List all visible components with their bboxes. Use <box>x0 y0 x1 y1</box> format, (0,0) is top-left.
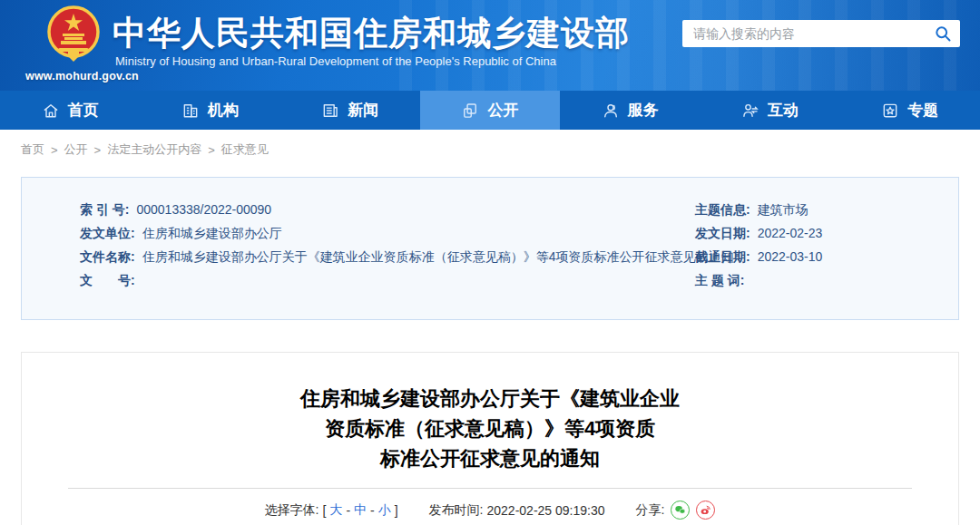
font-size-label: 选择字体: <box>265 502 319 519</box>
search-input[interactable] <box>682 26 926 41</box>
info-label: 发文日期: <box>695 221 750 245</box>
nav-item-label: 互动 <box>768 100 799 121</box>
info-label: 索 引 号: <box>80 198 129 221</box>
article-card: 住房和城乡建设部办公厅关于《建筑业企业 资质标准（征求意见稿）》等4项资质 标准… <box>21 352 959 525</box>
info-row-deadline-date: 截止日期:2022-03-10 <box>695 245 822 268</box>
info-row-topic-info: 主题信息:建筑市场 <box>695 198 822 221</box>
breadcrumb: 首页 > 公开 > 法定主动公开内容 > 征求意见 <box>21 141 269 158</box>
nav-item-label: 专题 <box>907 100 938 121</box>
breadcrumb-item-public[interactable]: 公开 <box>64 141 88 158</box>
info-row-document-name: 文件名称:住房和城乡建设部办公厅关于《建筑业企业资质标准（征求意见稿）》等4项资… <box>80 245 733 268</box>
site-title-english: Ministry of Housing and Urban-Rural Deve… <box>115 54 556 68</box>
breadcrumb-separator: > <box>208 143 215 157</box>
search-button[interactable] <box>926 20 960 47</box>
article-title: 住房和城乡建设部办公厅关于《建筑业企业 资质标准（征求意见稿）》等4项资质 标准… <box>22 384 958 473</box>
publish-time-value: 2022-02-25 09:19:30 <box>487 503 605 518</box>
share-group: 分享: <box>636 501 716 520</box>
info-label: 截止日期: <box>695 245 750 268</box>
search-box <box>682 20 960 47</box>
info-row-issue-date: 发文日期:2022-02-23 <box>695 221 822 245</box>
page: www.mohurd.gov.cn 中华人民共和国住房和城乡建设部 Minist… <box>0 0 980 525</box>
publish-time-group: 发布时间: 2022-02-25 09:19:30 <box>429 502 605 519</box>
font-size-small[interactable]: 小 <box>378 502 391 519</box>
document-info-panel: 索 引 号:000013338/2022-00090 发文单位:住房和城乡建设部… <box>21 177 959 320</box>
nav-item-topics[interactable]: 专题 <box>840 91 980 130</box>
info-value: 2022-02-23 <box>758 226 823 240</box>
font-size-large[interactable]: 大 <box>329 502 342 519</box>
nav-item-public[interactable]: 公开 <box>420 91 560 130</box>
article-title-line: 住房和城乡建设部办公厅关于《建筑业企业 <box>22 384 958 413</box>
info-column-right: 主题信息:建筑市场 发文日期:2022-02-23 截止日期:2022-03-1… <box>695 198 822 292</box>
info-label: 发文单位: <box>80 221 135 245</box>
nav-item-label: 机构 <box>208 100 239 121</box>
share-label: 分享: <box>636 502 665 519</box>
font-size-selector: 选择字体: [ 大 - 中 - 小 ] <box>265 502 398 519</box>
info-row-document-number: 文 号: <box>80 268 733 292</box>
wechat-share-icon[interactable] <box>671 501 690 520</box>
nav-item-interaction[interactable]: 互动 <box>700 91 839 130</box>
info-column-left: 索 引 号:000013338/2022-00090 发文单位:住房和城乡建设部… <box>80 198 733 292</box>
info-value: 000013338/2022-00090 <box>136 202 271 217</box>
nav-item-label: 新闻 <box>348 100 378 121</box>
nav-item-label: 公开 <box>487 100 518 121</box>
nav-item-services[interactable]: 服务 <box>560 91 700 130</box>
article-meta-bar: 选择字体: [ 大 - 中 - 小 ] 发布时间: 2022-02-25 09:… <box>22 501 958 520</box>
star-square-icon <box>881 102 899 120</box>
search-icon <box>934 24 952 43</box>
documents-icon <box>461 102 479 120</box>
info-value: 住房和城乡建设部办公厅 <box>142 226 282 240</box>
national-emblem-icon <box>47 5 100 66</box>
weibo-share-icon[interactable] <box>696 501 715 520</box>
bracket: [ <box>322 503 326 518</box>
site-title: 中华人民共和国住房和城乡建设部 <box>113 11 630 56</box>
building-icon <box>181 102 200 120</box>
site-header: www.mohurd.gov.cn 中华人民共和国住房和城乡建设部 Minist… <box>0 0 980 91</box>
info-row-index-number: 索 引 号:000013338/2022-00090 <box>80 198 733 221</box>
info-label: 文 号: <box>80 268 135 292</box>
info-value: 2022-03-10 <box>758 249 823 264</box>
info-label: 文件名称: <box>80 245 135 268</box>
nav-item-label: 服务 <box>628 100 659 121</box>
info-row-issuing-unit: 发文单位:住房和城乡建设部办公厅 <box>80 221 733 245</box>
dash: - <box>370 503 375 518</box>
info-label: 主题信息: <box>695 198 750 221</box>
breadcrumb-item-comments[interactable]: 征求意见 <box>221 141 269 158</box>
interaction-icon <box>741 102 760 120</box>
main-nav: 首页 机构 新闻 公开 <box>0 91 980 130</box>
info-row-keywords: 主 题 词: <box>695 268 822 292</box>
nav-item-label: 首页 <box>68 100 99 121</box>
dash: - <box>346 503 350 518</box>
nav-item-home[interactable]: 首页 <box>0 91 140 130</box>
news-icon <box>321 102 339 120</box>
site-url[interactable]: www.mohurd.gov.cn <box>25 70 139 83</box>
nav-item-org[interactable]: 机构 <box>140 91 279 130</box>
publish-time-label: 发布时间: <box>429 502 484 519</box>
home-icon <box>42 102 60 120</box>
bracket: ] <box>395 503 398 518</box>
breadcrumb-item-statutory[interactable]: 法定主动公开内容 <box>107 141 201 158</box>
info-label: 主 题 词: <box>695 268 744 292</box>
divider <box>68 488 912 489</box>
nav-item-news[interactable]: 新闻 <box>280 91 420 130</box>
info-value: 住房和城乡建设部办公厅关于《建筑业企业资质标准（征求意见稿）》等4项资质标准公开… <box>142 249 734 264</box>
breadcrumb-separator: > <box>94 143 102 157</box>
font-size-medium[interactable]: 中 <box>354 502 367 519</box>
article-title-line: 标准公开征求意见的通知 <box>22 443 958 473</box>
person-icon <box>602 102 620 120</box>
breadcrumb-item-home[interactable]: 首页 <box>21 141 44 158</box>
info-value: 建筑市场 <box>758 202 808 217</box>
breadcrumb-separator: > <box>51 143 58 157</box>
article-title-line: 资质标准（征求意见稿）》等4项资质 <box>22 413 958 443</box>
